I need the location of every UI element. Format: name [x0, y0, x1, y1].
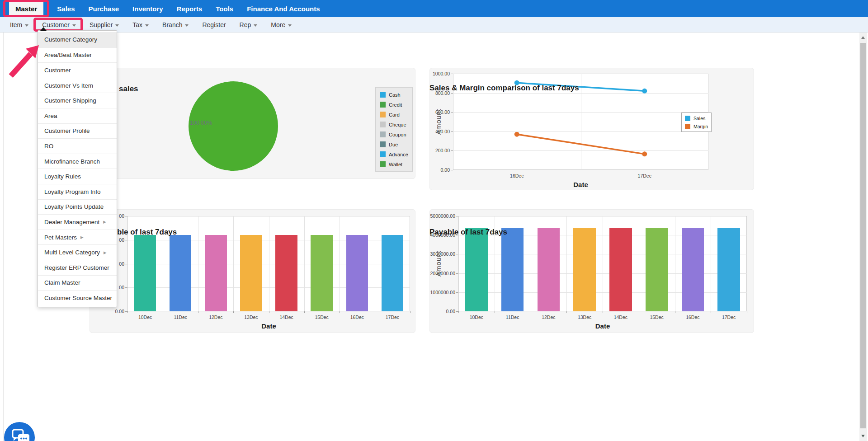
x-axis-title: Date — [573, 181, 588, 188]
dropdown-item-loyalty-program-info[interactable]: Loyalty Program Info — [38, 184, 117, 199]
dropdown-item-area-beat-master[interactable]: Area/Beat Master — [38, 47, 117, 63]
legend-entry-coupon[interactable]: Coupon — [380, 131, 408, 138]
dropdown-item-customer-shipping[interactable]: Customer Shipping — [38, 93, 117, 108]
dropdown-item-pet-masters[interactable]: Pet Masters▶ — [38, 230, 117, 245]
legend-entry-sales[interactable]: Sales — [685, 115, 708, 121]
menubar-item-item[interactable]: Item — [10, 17, 28, 33]
bar-11dec[interactable] — [170, 235, 191, 311]
y-tick — [456, 273, 458, 274]
legend-entry-wallet[interactable]: Wallet — [380, 160, 408, 168]
x-tick — [531, 311, 531, 313]
chat-widget-button[interactable] — [4, 422, 35, 441]
legend-entry-card[interactable]: Card — [380, 111, 408, 118]
chevron-right-icon: ▶ — [103, 220, 106, 224]
y-tick — [451, 170, 453, 170]
chevron-right-icon: ▶ — [80, 235, 84, 239]
dropdown-item-label: Customer Category — [44, 36, 97, 43]
gridline-vertical — [531, 216, 531, 311]
nav-item-sales[interactable]: Sales — [57, 0, 75, 17]
dropdown-item-loyalty-points-update[interactable]: Loyalty Points Update — [38, 199, 117, 215]
legend-entry-due[interactable]: Due — [380, 141, 408, 148]
dropdown-item-customer-profile[interactable]: Customer Profile — [38, 123, 117, 139]
legend-label: Cheque — [389, 122, 406, 127]
bar-17dec[interactable] — [717, 228, 740, 311]
scroll-down-arrow[interactable] — [861, 435, 865, 437]
nav-item-reports[interactable]: Reports — [177, 0, 203, 17]
x-tick-label: 17Dec — [386, 314, 399, 320]
bar-16dec[interactable] — [346, 235, 368, 311]
scroll-up-arrow[interactable] — [861, 36, 865, 39]
module-menubar: ItemCustomerSupplierTaxBranchRegisterRep… — [0, 17, 868, 33]
pie-slice-credit[interactable] — [189, 81, 278, 171]
dropdown-item-register-erp-customer[interactable]: Register ERP Customer — [38, 260, 117, 275]
legend-entry-advance[interactable]: Advance — [380, 150, 408, 158]
dropdown-item-dealer-management[interactable]: Dealer Management▶ — [38, 214, 117, 230]
legend-entry-cheque[interactable]: Cheque — [380, 121, 408, 128]
bar-15dec[interactable] — [646, 228, 668, 311]
menubar-item-rep[interactable]: Rep — [240, 17, 258, 33]
dropdown-item-multi-level-category[interactable]: Multi Level Category▶ — [38, 244, 117, 260]
menubar-item-label: Rep — [240, 21, 251, 28]
dropdown-item-customer-source-master[interactable]: Customer Source Master — [38, 290, 117, 305]
menubar-item-branch[interactable]: Branch — [162, 17, 189, 33]
bar-14dec[interactable] — [609, 228, 632, 311]
x-tick-label: 16Dec — [510, 173, 524, 178]
gridline-vertical — [566, 216, 567, 311]
line-margin[interactable] — [517, 134, 645, 154]
nav-item-finance-and-accounts[interactable]: Finance And Accounts — [247, 0, 320, 17]
legend-entry-cash[interactable]: Cash — [380, 91, 408, 99]
dropdown-item-customer[interactable]: Customer — [38, 62, 117, 78]
legend-entry-margin[interactable]: Margin — [685, 123, 708, 129]
bar-15dec[interactable] — [311, 235, 332, 311]
menubar-item-more[interactable]: More — [271, 17, 292, 33]
gridline-vertical — [198, 216, 198, 311]
x-tick — [458, 311, 459, 313]
y-tick-label: 200.00 — [414, 148, 450, 153]
payable-chart-title: Payable of last 7days — [429, 228, 507, 237]
menubar-item-register[interactable]: Register — [202, 17, 226, 33]
chat-bubbles-icon — [4, 422, 35, 441]
dropdown-item-ro[interactable]: RO — [38, 138, 117, 154]
dropdown-item-area[interactable]: Area — [38, 108, 117, 123]
bar-13dec[interactable] — [573, 228, 595, 311]
x-tick — [747, 311, 747, 313]
bar-17dec[interactable] — [382, 235, 403, 311]
bar-13dec[interactable] — [240, 235, 262, 311]
nav-item-purchase[interactable]: Purchase — [89, 0, 119, 17]
dropdown-item-microfinance-branch[interactable]: Microfinance Branch — [38, 154, 117, 169]
x-tick-label: 15Dec — [650, 314, 663, 320]
vertical-scrollbar[interactable] — [859, 33, 867, 441]
dropdown-item-claim-master[interactable]: Claim Master — [38, 275, 117, 291]
bar-12dec[interactable] — [538, 228, 560, 311]
point-margin-17dec[interactable] — [642, 151, 647, 156]
pie-legend: CashCreditCardChequeCouponDueAdvanceWall… — [375, 87, 413, 172]
menubar-item-tax[interactable]: Tax — [132, 17, 149, 33]
bar-11dec[interactable] — [501, 228, 524, 311]
x-tick — [233, 311, 234, 313]
bar-14dec[interactable] — [275, 235, 297, 311]
bar-10dec[interactable] — [134, 235, 156, 311]
bar-12dec[interactable] — [205, 235, 226, 311]
dropdown-item-label: RO — [44, 143, 53, 150]
nav-item-master[interactable]: Master — [9, 1, 43, 16]
legend-entry-credit[interactable]: Credit — [380, 101, 408, 108]
dropdown-item-customer-vs-item[interactable]: Customer Vs Item — [38, 78, 117, 93]
bar-16dec[interactable] — [682, 228, 704, 311]
chevron-right-icon: ▶ — [104, 250, 107, 255]
nav-item-tools[interactable]: Tools — [216, 0, 233, 17]
paymode-pie-panel: 100.00%CashCreditCardChequeCouponDueAdva… — [90, 68, 415, 179]
y-tick — [125, 264, 127, 264]
point-margin-16dec[interactable] — [514, 132, 519, 137]
nav-item-inventory[interactable]: Inventory — [132, 0, 163, 17]
bar-10dec[interactable] — [465, 228, 487, 311]
scrollbar-thumb[interactable] — [860, 43, 866, 428]
x-tick-label: 10Dec — [470, 314, 483, 320]
x-tick — [566, 311, 567, 313]
chevron-down-icon — [288, 24, 292, 27]
legend-swatch — [380, 122, 386, 127]
dropdown-item-loyalty-rules[interactable]: Loyalty Rules — [38, 169, 117, 184]
point-sales-17dec[interactable] — [642, 89, 647, 94]
dropdown-item-label: Customer — [44, 67, 71, 74]
x-tick-label: 14Dec — [614, 314, 627, 320]
dropdown-item-customer-category[interactable]: Customer Category — [38, 32, 117, 47]
